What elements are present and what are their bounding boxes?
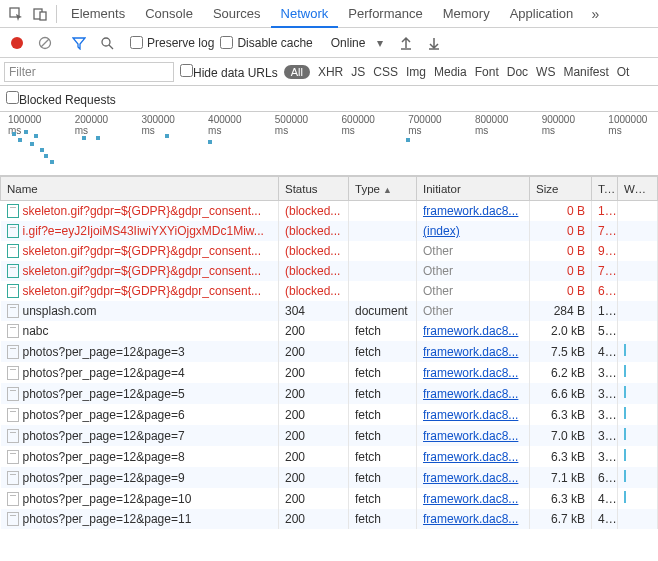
- filter-type-css[interactable]: CSS: [373, 65, 398, 79]
- tab-console[interactable]: Console: [135, 0, 203, 28]
- request-initiator: Other: [423, 244, 453, 258]
- request-initiator[interactable]: framework.dac8...: [423, 471, 518, 485]
- request-status: 200: [279, 509, 349, 529]
- request-time: 3...: [592, 383, 618, 404]
- request-time: 1...: [592, 301, 618, 321]
- filter-type-doc[interactable]: Doc: [507, 65, 528, 79]
- request-row[interactable]: skeleton.gif?gdpr=${GDPR}&gdpr_consent..…: [1, 201, 658, 222]
- tab-elements[interactable]: Elements: [61, 0, 135, 28]
- request-row[interactable]: photos?per_page=12&page=10200fetchframew…: [1, 488, 658, 509]
- device-toggle-icon[interactable]: [28, 2, 52, 26]
- filter-type-manifest[interactable]: Manifest: [563, 65, 608, 79]
- filter-type-all[interactable]: All: [284, 65, 310, 79]
- tab-memory[interactable]: Memory: [433, 0, 500, 28]
- request-initiator[interactable]: framework.dac8...: [423, 366, 518, 380]
- request-type: fetch: [349, 488, 417, 509]
- col-initiator[interactable]: Initiator: [417, 177, 530, 201]
- preserve-log-checkbox[interactable]: Preserve log: [130, 36, 214, 50]
- col-type[interactable]: Type▲: [349, 177, 417, 201]
- tab-application[interactable]: Application: [500, 0, 584, 28]
- request-time: 3...: [592, 362, 618, 383]
- request-status: (blocked...: [279, 201, 349, 222]
- request-initiator[interactable]: framework.dac8...: [423, 408, 518, 422]
- request-time: 3...: [592, 404, 618, 425]
- hide-data-urls-checkbox[interactable]: Hide data URLs: [180, 64, 278, 80]
- request-initiator[interactable]: (index): [423, 224, 460, 238]
- download-har-icon[interactable]: [423, 32, 445, 54]
- request-size: 0 B: [530, 281, 592, 301]
- tab-network[interactable]: Network: [271, 0, 339, 28]
- inspect-icon[interactable]: [4, 2, 28, 26]
- svg-line-4: [41, 39, 49, 47]
- file-icon: [7, 492, 19, 506]
- upload-har-icon[interactable]: [395, 32, 417, 54]
- tab-sources[interactable]: Sources: [203, 0, 271, 28]
- request-initiator[interactable]: framework.dac8...: [423, 345, 518, 359]
- col-time[interactable]: T...: [592, 177, 618, 201]
- overflow-icon[interactable]: »: [583, 2, 607, 26]
- filter-input[interactable]: Filter: [4, 62, 174, 82]
- request-initiator[interactable]: framework.dac8...: [423, 324, 518, 338]
- request-status: 200: [279, 362, 349, 383]
- clear-button[interactable]: [34, 32, 56, 54]
- request-row[interactable]: photos?per_page=12&page=8200fetchframewo…: [1, 446, 658, 467]
- file-icon: [7, 408, 19, 422]
- file-icon: [7, 224, 19, 238]
- col-status[interactable]: Status: [279, 177, 349, 201]
- request-initiator[interactable]: framework.dac8...: [423, 450, 518, 464]
- request-initiator[interactable]: framework.dac8...: [423, 429, 518, 443]
- request-status: 200: [279, 404, 349, 425]
- filter-bar: Filter Hide data URLs AllXHRJSCSSImgMedi…: [0, 58, 658, 86]
- request-row[interactable]: unsplash.com304documentOther284 B1...: [1, 301, 658, 321]
- filter-type-ot[interactable]: Ot: [617, 65, 630, 79]
- request-waterfall: [618, 509, 658, 529]
- col-waterfall[interactable]: Water: [618, 177, 658, 201]
- filter-type-img[interactable]: Img: [406, 65, 426, 79]
- chevron-down-icon[interactable]: ▾: [377, 36, 383, 50]
- request-initiator[interactable]: framework.dac8...: [423, 387, 518, 401]
- request-row[interactable]: skeleton.gif?gdpr=${GDPR}&gdpr_consent..…: [1, 241, 658, 261]
- throttling-select[interactable]: Online: [325, 36, 372, 50]
- search-icon[interactable]: [96, 32, 118, 54]
- filter-type-font[interactable]: Font: [475, 65, 499, 79]
- request-row[interactable]: photos?per_page=12&page=6200fetchframewo…: [1, 404, 658, 425]
- request-row[interactable]: photos?per_page=12&page=5200fetchframewo…: [1, 383, 658, 404]
- request-size: 6.7 kB: [530, 509, 592, 529]
- request-row[interactable]: skeleton.gif?gdpr=${GDPR}&gdpr_consent..…: [1, 281, 658, 301]
- request-size: 7.5 kB: [530, 341, 592, 362]
- record-button[interactable]: [6, 32, 28, 54]
- request-row[interactable]: i.gif?e=eyJ2IjoiMS43IiwiYXYiOjgxMDc1Miw.…: [1, 221, 658, 241]
- request-waterfall: [618, 404, 658, 425]
- request-row[interactable]: skeleton.gif?gdpr=${GDPR}&gdpr_consent..…: [1, 261, 658, 281]
- tab-performance[interactable]: Performance: [338, 0, 432, 28]
- request-row[interactable]: photos?per_page=12&page=4200fetchframewo…: [1, 362, 658, 383]
- request-status: (blocked...: [279, 261, 349, 281]
- network-request-table[interactable]: Name Status Type▲ Initiator Size T... Wa…: [0, 176, 658, 529]
- request-status: 200: [279, 321, 349, 341]
- request-initiator[interactable]: framework.dac8...: [423, 512, 518, 526]
- request-row[interactable]: photos?per_page=12&page=9200fetchframewo…: [1, 467, 658, 488]
- request-row[interactable]: photos?per_page=12&page=11200fetchframew…: [1, 509, 658, 529]
- filter-type-media[interactable]: Media: [434, 65, 467, 79]
- timeline-overview[interactable]: 100000 ms200000 ms300000 ms400000 ms5000…: [0, 112, 658, 176]
- panel-tabs: ElementsConsoleSourcesNetworkPerformance…: [61, 0, 583, 28]
- filter-type-xhr[interactable]: XHR: [318, 65, 343, 79]
- filter-icon[interactable]: [68, 32, 90, 54]
- col-size[interactable]: Size: [530, 177, 592, 201]
- request-row[interactable]: photos?per_page=12&page=7200fetchframewo…: [1, 425, 658, 446]
- request-waterfall: [618, 341, 658, 362]
- request-type: [349, 201, 417, 222]
- disable-cache-checkbox[interactable]: Disable cache: [220, 36, 312, 50]
- filter-type-ws[interactable]: WS: [536, 65, 555, 79]
- request-name: skeleton.gif?gdpr=${GDPR}&gdpr_consent..…: [23, 284, 262, 298]
- request-initiator[interactable]: framework.dac8...: [423, 492, 518, 506]
- request-initiator: Other: [423, 284, 453, 298]
- col-name[interactable]: Name: [1, 177, 279, 201]
- request-name: nabc: [23, 324, 49, 338]
- filter-type-js[interactable]: JS: [351, 65, 365, 79]
- request-row[interactable]: nabc200fetchframework.dac8...2.0 kB5...: [1, 321, 658, 341]
- request-initiator[interactable]: framework.dac8...: [423, 204, 518, 218]
- blocked-requests-checkbox[interactable]: Blocked Requests: [6, 91, 116, 107]
- request-waterfall: [618, 425, 658, 446]
- request-row[interactable]: photos?per_page=12&page=3200fetchframewo…: [1, 341, 658, 362]
